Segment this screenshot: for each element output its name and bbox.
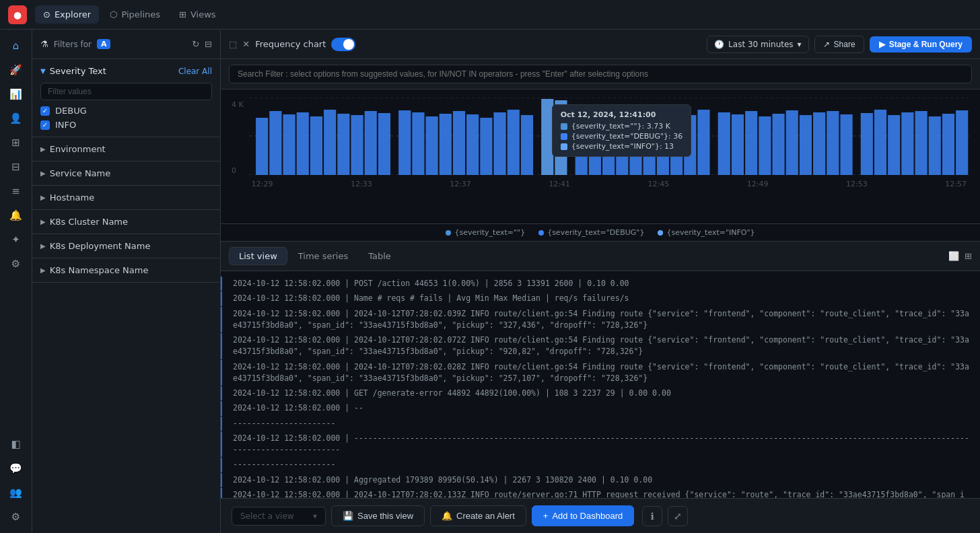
nav-tab-explorer[interactable]: ⊙ Explorer — [35, 5, 99, 24]
share-button[interactable]: ↗ Share — [814, 36, 864, 53]
time-range-selector[interactable]: 🕐 Last 30 minutes ▾ — [707, 36, 809, 53]
chart-y-min: 0 — [232, 166, 244, 175]
legend-item-2: {severity_text="INFO"} — [658, 228, 755, 237]
refresh-icon[interactable]: ↻ — [192, 39, 199, 49]
nav-tab-views[interactable]: ⊞ Views — [171, 5, 224, 24]
content-header: ⬚ ✕ Frequency chart 🕐 Last 30 minutes ▾ … — [221, 30, 980, 59]
svg-rect-12 — [378, 113, 390, 175]
save-view-button[interactable]: 💾 Save this view — [331, 505, 425, 526]
debug-checkbox[interactable] — [40, 106, 50, 116]
icon-bar-layers[interactable]: ◧ — [5, 433, 27, 455]
log-line[interactable]: 2024-10-12 12:58:02.000 | Name # reqs # … — [221, 291, 980, 306]
log-line[interactable]: 2024-10-12 12:58:02.000 | --------------… — [221, 431, 980, 458]
add-to-dashboard-button[interactable]: + Add to Dashboard — [532, 505, 634, 526]
icon-bar-list[interactable]: ≡ — [5, 180, 27, 202]
log-line[interactable]: 2024-10-12 12:58:02.000 | Aggregated 179… — [221, 473, 980, 487]
svg-rect-4 — [269, 111, 281, 175]
log-line[interactable]: 2024-10-12 12:58:02.000 | GET /generate-… — [221, 386, 980, 400]
clear-all-link[interactable]: Clear All — [178, 67, 212, 76]
filter-item-info[interactable]: INFO — [40, 120, 212, 130]
log-line[interactable]: 2024-10-12 12:58:02.000 | POST /action 4… — [221, 277, 980, 291]
svg-rect-45 — [860, 113, 872, 175]
run-query-button[interactable]: ▶ Stage & Run Query — [870, 36, 972, 52]
environment-section[interactable]: ▶ Environment — [32, 137, 220, 162]
svg-rect-41 — [800, 115, 812, 175]
share2-icon[interactable]: ⤢ — [668, 506, 688, 526]
info-icon[interactable]: ℹ — [642, 506, 662, 526]
icon-bar-chart[interactable]: 📊 — [5, 83, 27, 105]
tooltip-dot-1 — [561, 133, 567, 140]
severity-text-section: ▼ Severity Text Clear All DEBUG INFO — [32, 59, 220, 137]
chevron-down-icon: ▾ — [313, 511, 317, 521]
k8s-deployment-section[interactable]: ▶ K8s Deployment Name — [32, 234, 220, 258]
chevron-right-icon: ▶ — [40, 218, 46, 225]
service-name-section[interactable]: ▶ Service Name — [32, 162, 220, 186]
svg-rect-21 — [507, 110, 519, 175]
nav-tab-pipelines[interactable]: ⬡ Pipelines — [102, 5, 168, 24]
legend-dot-2 — [658, 230, 663, 236]
chevron-down-icon: ▾ — [798, 40, 802, 49]
info-checkbox[interactable] — [40, 120, 50, 130]
view-selector[interactable]: Select a view ▾ — [232, 507, 326, 526]
svg-rect-35 — [718, 112, 730, 175]
tab-table[interactable]: Table — [359, 248, 400, 264]
filter-options-icon[interactable]: ⊟ — [205, 39, 212, 49]
export-icon[interactable]: ⬜ — [948, 251, 959, 261]
icon-bar-user[interactable]: 👤 — [5, 108, 27, 129]
svg-rect-52 — [956, 110, 968, 175]
svg-rect-7 — [310, 116, 322, 175]
sidebar: ⚗ Filters for A ↻ ⊟ ▼ Severity Text Clea… — [32, 30, 221, 533]
tab-list-view[interactable]: List view — [229, 247, 287, 265]
log-line[interactable]: 2024-10-12 12:58:02.000 | 2024-10-12T07:… — [221, 488, 980, 498]
filter-item-debug[interactable]: DEBUG — [40, 106, 212, 116]
chart-time-labels: 12:29 12:33 12:37 12:41 12:45 12:49 12:5… — [249, 180, 969, 188]
svg-rect-34 — [697, 110, 709, 175]
legend-dot-1 — [538, 230, 544, 236]
icon-bar-home[interactable]: ⌂ — [5, 35, 27, 57]
svg-rect-51 — [942, 114, 954, 175]
log-line[interactable]: ---------------------- — [221, 417, 980, 431]
play-icon: ▶ — [879, 40, 885, 49]
header-left-icons: ⬚ ✕ — [229, 39, 250, 49]
icon-bar-rocket[interactable]: 🚀 — [5, 59, 27, 81]
columns-icon[interactable]: ⊞ — [965, 251, 972, 261]
icon-bar-bell[interactable]: 🔔 — [5, 205, 27, 226]
views-icon: ⊞ — [179, 9, 186, 20]
k8s-cluster-section[interactable]: ▶ K8s Cluster Name — [32, 210, 220, 234]
svg-rect-49 — [915, 111, 927, 175]
icon-bar-add-user[interactable]: 👥 — [5, 482, 27, 503]
svg-rect-46 — [874, 110, 886, 175]
tab-time-series[interactable]: Time series — [289, 248, 357, 264]
k8s-namespace-section[interactable]: ▶ K8s Namespace Name — [32, 258, 220, 283]
chart-type-icon[interactable]: ⬚ — [229, 39, 237, 49]
severity-text-header[interactable]: ▼ Severity Text Clear All — [32, 59, 220, 83]
icon-bar-wrench[interactable]: ⚙ — [5, 253, 27, 275]
svg-rect-40 — [785, 110, 798, 175]
icon-bar-settings[interactable]: ⚙ — [5, 506, 27, 528]
frequency-toggle[interactable] — [331, 38, 355, 51]
tabs-bar: List view Time series Table ⬜ ⊞ — [221, 242, 980, 271]
svg-rect-50 — [928, 116, 940, 175]
svg-rect-42 — [813, 112, 825, 175]
dismiss-icon[interactable]: ✕ — [242, 39, 250, 49]
log-line[interactable]: 2024-10-12 12:58:02.000 | 2024-10-12T07:… — [221, 360, 980, 386]
log-line[interactable]: 2024-10-12 12:58:02.000 | 2024-10-12T07:… — [221, 333, 980, 359]
create-alert-button[interactable]: 🔔 Create an Alert — [430, 505, 526, 526]
filter-search — [40, 83, 212, 100]
log-line[interactable]: 2024-10-12 12:58:02.000 | -- — [221, 401, 980, 415]
icon-bar-chat[interactable]: 💬 — [5, 458, 27, 479]
hostname-section[interactable]: ▶ Hostname — [32, 186, 220, 210]
toggle-switch[interactable] — [331, 38, 355, 51]
icon-bar-grid[interactable]: ⊟ — [5, 156, 27, 178]
filter-values-input[interactable] — [40, 83, 212, 100]
icon-bar-rocket2[interactable]: ✦ — [5, 229, 27, 250]
svg-rect-20 — [493, 112, 505, 175]
log-line[interactable]: 2024-10-12 12:58:02.000 | 2024-10-12T07:… — [221, 307, 980, 333]
filter-icon: ⚗ — [40, 39, 48, 49]
top-nav: ● ⊙ Explorer ⬡ Pipelines ⊞ Views — [0, 0, 980, 30]
icon-bar-table[interactable]: ⊞ — [5, 132, 27, 153]
search-input[interactable] — [229, 65, 972, 83]
log-content[interactable]: 2024-10-12 12:58:02.000 | POST /action 4… — [221, 271, 980, 498]
log-line[interactable]: ---------------------- — [221, 458, 980, 472]
search-bar — [221, 59, 980, 90]
